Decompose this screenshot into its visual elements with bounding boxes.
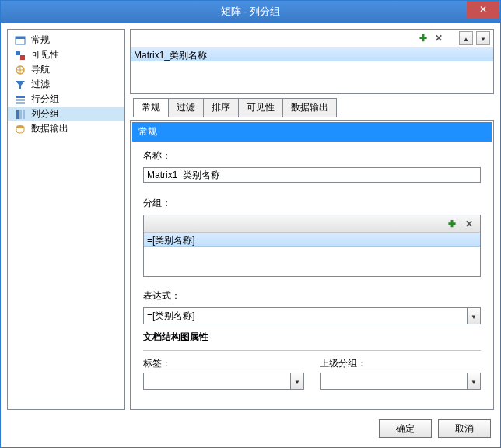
tag-input[interactable] (143, 373, 290, 390)
delete-group-button[interactable]: ✕ (433, 31, 445, 45)
dialog-body: 常规 可见性 导航 过滤 行分组 列分组 (1, 23, 500, 416)
svg-rect-1 (16, 37, 25, 39)
panel-body: 名称： 分组： ✚ ✕ =[类别名称] 表达式： (132, 142, 492, 408)
name-input[interactable] (143, 167, 481, 183)
general-icon (14, 34, 26, 47)
chevron-down-icon (294, 376, 300, 387)
dialog-footer: 确定 取消 (1, 416, 500, 447)
panel-header: 常规 (132, 122, 492, 142)
column-group-icon (14, 108, 26, 121)
visibility-icon (14, 49, 26, 61)
sidebar-item-label: 过滤 (31, 78, 50, 91)
sidebar-item-label: 行分组 (31, 93, 59, 106)
group-list-toolbar: ✚ ✕ (131, 30, 493, 47)
sidebar-item-column-group[interactable]: 列分组 (8, 107, 124, 121)
docmap-heading: 文档结构图属性 (143, 331, 481, 344)
group-expression-list[interactable]: =[类别名称] (144, 233, 480, 276)
svg-rect-9 (16, 99, 25, 101)
plus-icon: ✚ (419, 33, 427, 43)
docmap-fields: 标签： 上级分组： (143, 357, 481, 390)
expression-input[interactable] (143, 307, 467, 324)
sidebar: 常规 可见性 导航 过滤 行分组 列分组 (7, 29, 125, 410)
close-icon: ✕ (479, 5, 487, 14)
delete-expr-button[interactable]: ✕ (463, 217, 475, 231)
group-expression-toolbar: ✚ ✕ (144, 215, 480, 233)
cancel-button[interactable]: 取消 (438, 419, 491, 438)
sidebar-item-navigation[interactable]: 导航 (8, 62, 124, 77)
arrow-down-icon (480, 33, 486, 44)
tab-sort[interactable]: 排序 (203, 98, 239, 117)
title-bar: 矩阵 - 列分组 ✕ (1, 1, 500, 23)
column-group-list-box: ✚ ✕ Matrix1_类别名称 (130, 29, 494, 94)
filter-icon (14, 79, 26, 91)
list-item[interactable]: =[类别名称] (144, 233, 480, 247)
sidebar-item-label: 导航 (31, 63, 50, 76)
tab-general[interactable]: 常规 (133, 98, 169, 117)
sidebar-item-label: 常规 (31, 33, 50, 47)
svg-rect-11 (16, 110, 19, 119)
chevron-down-icon (471, 310, 477, 321)
add-expr-button[interactable]: ✚ (446, 217, 458, 231)
navigation-icon (14, 64, 26, 76)
close-button[interactable]: ✕ (467, 1, 499, 18)
plus-icon: ✚ (448, 219, 456, 229)
main-area: ✚ ✕ Matrix1_类别名称 常规 过滤 排序 可见性 数据输出 常规 (130, 29, 494, 410)
add-group-button[interactable]: ✚ (417, 31, 429, 45)
sidebar-item-visibility[interactable]: 可见性 (8, 47, 124, 62)
sidebar-item-filter[interactable]: 过滤 (8, 77, 124, 92)
tag-label: 标签： (143, 357, 304, 370)
delete-icon: ✕ (435, 33, 443, 43)
sidebar-item-label: 数据输出 (31, 122, 68, 135)
group-expression-box: ✚ ✕ =[类别名称] (143, 215, 481, 277)
svg-rect-2 (16, 51, 20, 55)
parent-group-dropdown-button[interactable] (467, 373, 481, 390)
move-down-button[interactable] (476, 31, 490, 45)
tab-visibility[interactable]: 可见性 (238, 98, 283, 117)
sidebar-item-label: 列分组 (31, 107, 59, 121)
sidebar-item-label: 可见性 (31, 48, 59, 61)
tag-dropdown-button[interactable] (290, 373, 304, 390)
svg-rect-8 (16, 96, 25, 98)
svg-rect-12 (19, 110, 22, 119)
delete-icon: ✕ (465, 219, 473, 229)
dialog-title: 矩阵 - 列分组 (1, 5, 500, 19)
name-label: 名称： (143, 149, 481, 163)
tab-strip: 常规 过滤 排序 可见性 数据输出 (130, 98, 494, 117)
chevron-down-icon (471, 376, 477, 387)
expression-combo[interactable] (143, 307, 481, 324)
arrow-up-icon (463, 33, 469, 44)
group-label: 分组： (143, 197, 481, 210)
tab-panel: 常规 名称： 分组： ✚ ✕ =[类别名称] (130, 120, 494, 410)
data-output-icon (14, 123, 26, 135)
expression-label: 表达式： (143, 289, 481, 303)
svg-marker-7 (16, 81, 25, 89)
sidebar-item-data-output[interactable]: 数据输出 (8, 121, 124, 136)
move-up-button[interactable] (459, 31, 473, 45)
parent-group-combo[interactable] (320, 373, 481, 390)
svg-rect-13 (23, 110, 25, 119)
sidebar-item-row-group[interactable]: 行分组 (8, 92, 124, 107)
dialog-window: 矩阵 - 列分组 ✕ 常规 可见性 导航 过滤 (0, 0, 501, 448)
expression-dropdown-button[interactable] (467, 307, 481, 324)
divider (143, 350, 481, 351)
tab-filter[interactable]: 过滤 (168, 98, 204, 117)
row-group-icon (14, 93, 26, 106)
tab-data-output[interactable]: 数据输出 (282, 98, 337, 117)
svg-rect-10 (16, 102, 25, 104)
parent-group-input[interactable] (320, 373, 467, 390)
parent-group-label: 上级分组： (320, 357, 481, 370)
svg-point-14 (16, 125, 24, 128)
svg-rect-3 (20, 55, 25, 60)
column-group-list[interactable]: Matrix1_类别名称 (131, 47, 493, 93)
list-item[interactable]: Matrix1_类别名称 (131, 47, 493, 61)
sidebar-item-general[interactable]: 常规 (8, 33, 124, 47)
ok-button[interactable]: 确定 (379, 419, 432, 438)
tag-combo[interactable] (143, 373, 304, 390)
